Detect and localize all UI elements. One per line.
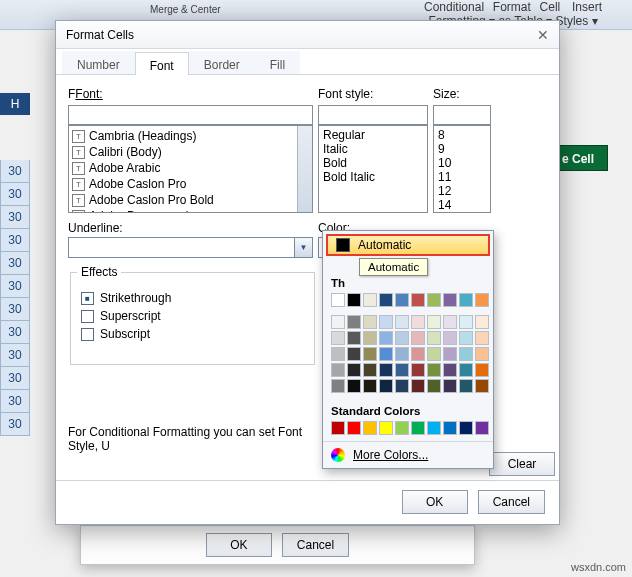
tab-font[interactable]: Font [135,52,189,75]
color-swatch[interactable] [347,347,361,361]
row-header[interactable]: 30 [0,390,30,413]
color-swatch[interactable] [443,379,457,393]
size-item[interactable]: 10 [438,156,486,170]
font-list-item[interactable]: TAdobe Arabic [72,160,309,176]
color-swatch[interactable] [395,379,409,393]
close-icon[interactable]: ✕ [537,27,549,43]
tab-number[interactable]: Number [62,51,135,74]
font-style-listbox[interactable]: RegularItalicBoldBold Italic [318,125,428,213]
color-swatch[interactable] [395,293,409,307]
color-swatch[interactable] [411,293,425,307]
subscript-checkbox[interactable]: Subscript [81,327,304,341]
color-swatch[interactable] [411,331,425,345]
clear-button[interactable]: Clear [489,452,555,476]
font-style-item[interactable]: Regular [323,128,423,142]
color-swatch[interactable] [459,363,473,377]
merge-center-button[interactable]: Merge & Center [150,4,221,15]
superscript-checkbox[interactable]: Superscript [81,309,304,323]
color-swatch[interactable] [475,331,489,345]
color-swatch[interactable] [331,293,345,307]
size-item[interactable]: 8 [438,128,486,142]
color-swatch[interactable] [379,331,393,345]
row-header[interactable]: 30 [0,367,30,390]
color-swatch[interactable] [331,331,345,345]
color-swatch[interactable] [427,315,441,329]
color-swatch[interactable] [395,331,409,345]
size-listbox[interactable]: 8910111214 [433,125,491,213]
color-swatch[interactable] [395,363,409,377]
more-colors-option[interactable]: More Colors... [323,441,493,468]
color-swatch[interactable] [427,421,441,435]
theme-color-shades[interactable] [323,313,493,399]
color-swatch[interactable] [331,347,345,361]
color-swatch[interactable] [475,379,489,393]
font-listbox[interactable]: TCambria (Headings)TCalibri (Body)TAdobe… [68,125,313,213]
color-swatch[interactable] [363,347,377,361]
color-swatch[interactable] [475,293,489,307]
size-item[interactable]: 11 [438,170,486,184]
color-swatch[interactable] [363,315,377,329]
color-swatch[interactable] [347,315,361,329]
row-header[interactable]: 30 [0,413,30,436]
row-header[interactable]: 30 [0,206,30,229]
color-swatch[interactable] [347,293,361,307]
color-swatch[interactable] [411,379,425,393]
color-swatch[interactable] [363,421,377,435]
underlying-cancel-button[interactable]: Cancel [282,533,349,557]
color-swatch[interactable] [395,347,409,361]
color-swatch[interactable] [475,315,489,329]
color-swatch[interactable] [395,421,409,435]
color-swatch[interactable] [427,347,441,361]
color-swatch[interactable] [379,379,393,393]
font-list-item[interactable]: TCambria (Headings) [72,128,309,144]
color-swatch[interactable] [475,347,489,361]
cancel-button[interactable]: Cancel [478,490,545,514]
color-swatch[interactable] [475,421,489,435]
color-swatch[interactable] [443,421,457,435]
color-swatch[interactable] [427,293,441,307]
color-swatch[interactable] [347,363,361,377]
color-swatch[interactable] [443,347,457,361]
color-swatch[interactable] [427,379,441,393]
color-swatch[interactable] [347,331,361,345]
standard-color-row[interactable] [323,419,493,441]
color-swatch[interactable] [379,347,393,361]
font-list-item[interactable]: TCalibri (Body) [72,144,309,160]
size-item[interactable]: 14 [438,198,486,212]
color-swatch[interactable] [459,379,473,393]
color-swatch[interactable] [331,379,345,393]
color-swatch[interactable] [459,421,473,435]
color-swatch[interactable] [379,363,393,377]
color-swatch[interactable] [443,363,457,377]
color-swatch[interactable] [331,363,345,377]
color-swatch[interactable] [379,293,393,307]
color-swatch[interactable] [411,347,425,361]
color-swatch[interactable] [347,379,361,393]
color-swatch[interactable] [363,293,377,307]
color-swatch[interactable] [411,421,425,435]
color-swatch[interactable] [443,293,457,307]
color-swatch[interactable] [411,363,425,377]
size-item[interactable]: 9 [438,142,486,156]
font-style-input[interactable] [318,105,428,125]
color-swatch[interactable] [443,315,457,329]
color-swatch[interactable] [363,331,377,345]
row-header[interactable]: 30 [0,321,30,344]
color-swatch[interactable] [331,315,345,329]
color-swatch[interactable] [443,331,457,345]
row-header[interactable]: 30 [0,275,30,298]
size-input[interactable] [433,105,491,125]
row-header[interactable]: 30 [0,298,30,321]
row-header[interactable]: 30 [0,160,30,183]
color-swatch[interactable] [363,379,377,393]
font-style-item[interactable]: Bold [323,156,423,170]
color-swatch[interactable] [427,363,441,377]
row-header[interactable]: 30 [0,229,30,252]
tab-border[interactable]: Border [189,51,255,74]
row-header[interactable]: 30 [0,344,30,367]
row-header[interactable]: 30 [0,252,30,275]
color-swatch[interactable] [459,293,473,307]
row-header[interactable]: 30 [0,183,30,206]
underlying-ok-button[interactable]: OK [206,533,272,557]
strikethrough-checkbox[interactable]: Strikethrough [81,291,304,305]
